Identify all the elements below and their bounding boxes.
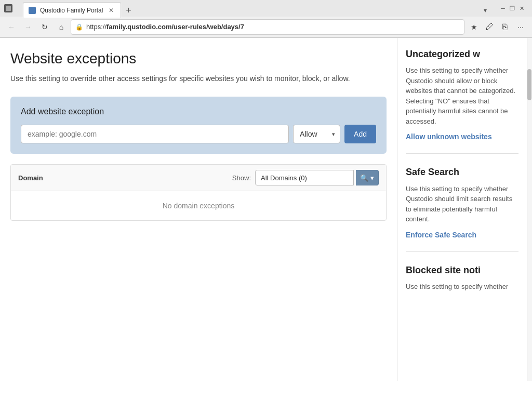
- minimize-button[interactable]: ─: [499, 4, 507, 12]
- new-tab-button[interactable]: +: [121, 3, 136, 18]
- address-text: https://family.qustodio.com/user-rules/w…: [86, 23, 460, 31]
- domain-table-header: Domain Show: 🔍 ▾: [11, 165, 386, 191]
- show-label: Show:: [232, 174, 251, 182]
- home-button[interactable]: ⌂: [54, 20, 69, 34]
- add-exception-panel: Add website exception Allow Block Monito…: [10, 97, 387, 154]
- tab-favicon: [29, 7, 36, 14]
- address-path: /user-rules/web/days/7: [171, 23, 244, 31]
- page-title: Website exceptions: [10, 50, 387, 67]
- domain-filter-wrap: 🔍 ▾: [255, 170, 379, 185]
- nav-bar: ← → ↻ ⌂ 🔒 https://family.qustodio.com/us…: [0, 17, 532, 37]
- tab-close-button[interactable]: ✕: [107, 6, 115, 15]
- forward-button[interactable]: →: [21, 20, 35, 34]
- back-button[interactable]: ←: [4, 20, 19, 34]
- no-exceptions-message: No domain exceptions: [11, 191, 386, 220]
- restore-button[interactable]: ❐: [508, 4, 516, 12]
- right-nav-icons: ★ 🖊 ⎘ ···: [467, 20, 528, 34]
- allow-select-wrap: Allow Block Monitor ▾: [293, 125, 340, 143]
- sidebar-section-desc-blocked-site: Use this setting to specify whether: [406, 282, 518, 292]
- more-button[interactable]: ···: [513, 20, 528, 34]
- allow-unknown-websites-link[interactable]: Allow unknown websites: [406, 132, 518, 141]
- domain-table: Domain Show: 🔍 ▾ No domain exceptions: [10, 164, 387, 221]
- filter-search-button[interactable]: 🔍 ▾: [356, 170, 379, 185]
- sidebar-section-safe-search: Safe Search Use this setting to specify …: [406, 166, 518, 251]
- sidebar-section-blocked-site: Blocked site noti Use this setting to sp…: [406, 264, 518, 311]
- window-controls: ─ ❐ ✕: [499, 4, 526, 12]
- sidebar-section-uncategorized: Uncategorized w Use this setting to spec…: [406, 48, 518, 154]
- chevron-down-icon: ▾: [370, 174, 374, 182]
- add-exception-title: Add website exception: [21, 107, 376, 116]
- sidebar-section-title-safe-search: Safe Search: [406, 166, 518, 178]
- right-sidebar: Uncategorized w Use this setting to spec…: [397, 38, 527, 381]
- sidebar-section-desc-uncategorized: Use this setting to specify whether Qust…: [406, 65, 518, 126]
- tab-title: Qustodio Family Portal: [40, 7, 103, 14]
- share-button[interactable]: ⎘: [498, 20, 512, 34]
- add-exception-form: Allow Block Monitor ▾ Add: [21, 125, 376, 143]
- page-content: Website exceptions Use this setting to o…: [0, 38, 532, 381]
- sidebar-section-desc-safe-search: Use this setting to specify whether Qust…: [406, 184, 518, 224]
- refresh-button[interactable]: ↻: [37, 20, 52, 34]
- sidebar-section-title-blocked-site: Blocked site noti: [406, 264, 518, 276]
- domain-input[interactable]: [21, 125, 289, 143]
- domain-filter-input[interactable]: [255, 170, 354, 185]
- address-domain: family.qustodio.com: [107, 23, 171, 31]
- lock-icon: 🔒: [75, 23, 83, 31]
- main-content: Website exceptions Use this setting to o…: [0, 38, 397, 381]
- scrollbar-thumb[interactable]: [527, 69, 531, 100]
- page-description: Use this setting to override other acces…: [10, 73, 387, 84]
- address-bar[interactable]: 🔒 https://family.qustodio.com/user-rules…: [71, 19, 464, 35]
- favorites-button[interactable]: ★: [467, 20, 481, 34]
- domain-column-label: Domain: [18, 174, 232, 182]
- tab-bar: Qustodio Family Portal ✕ + ▾: [21, 0, 495, 18]
- add-button[interactable]: Add: [344, 125, 376, 143]
- tab-menu-button[interactable]: ▾: [478, 3, 493, 18]
- allow-select[interactable]: Allow Block Monitor: [293, 125, 340, 143]
- enforce-safe-search-link[interactable]: Enforce Safe Search: [406, 231, 518, 239]
- search-icon: 🔍: [360, 174, 368, 182]
- active-tab[interactable]: Qustodio Family Portal ✕: [23, 2, 121, 18]
- sidebar-section-title-uncategorized: Uncategorized w: [406, 48, 518, 60]
- close-button[interactable]: ✕: [517, 4, 526, 12]
- browser-chrome: Qustodio Family Portal ✕ + ▾ ─ ❐ ✕ ← → ↻…: [0, 0, 532, 38]
- scrollbar-track: [527, 38, 532, 381]
- read-mode-button[interactable]: 🖊: [482, 20, 497, 34]
- title-bar: Qustodio Family Portal ✕ + ▾ ─ ❐ ✕: [0, 0, 532, 17]
